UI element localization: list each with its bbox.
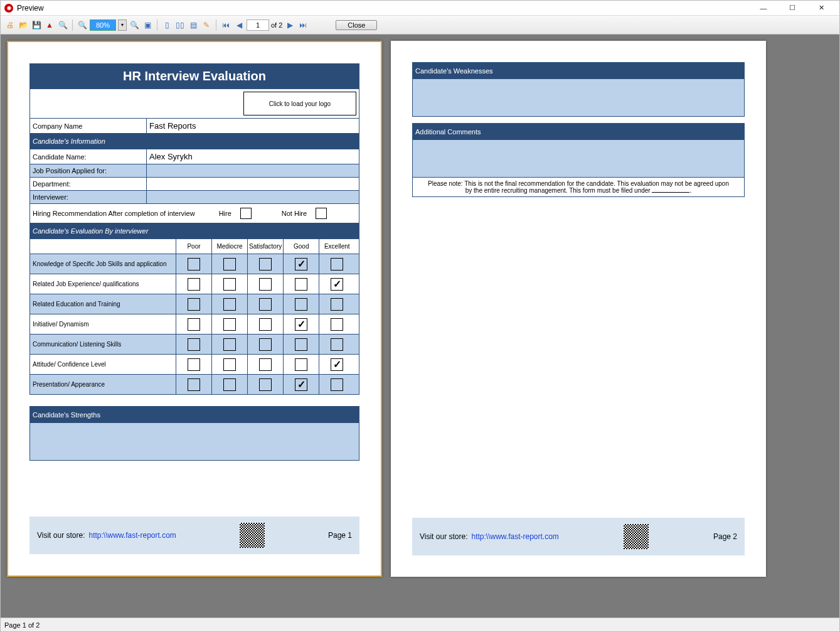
one-page-icon[interactable]: ▯ bbox=[161, 19, 173, 31]
rating-col-excellent: Excellent bbox=[319, 239, 354, 254]
first-page-icon[interactable]: ⏮ bbox=[220, 19, 231, 31]
company-name-label: Company Name bbox=[30, 119, 147, 133]
eval-checkbox[interactable] bbox=[259, 258, 272, 270]
interviewer-value bbox=[147, 191, 359, 203]
close-window-button[interactable]: ✕ bbox=[807, 1, 836, 16]
eval-criterion-label: Initiative/ Dynamism bbox=[30, 314, 176, 334]
prev-page-icon[interactable]: ◀ bbox=[233, 19, 245, 31]
eval-checkbox[interactable] bbox=[331, 258, 343, 270]
logo-placeholder[interactable]: Click to load your logo bbox=[243, 92, 356, 115]
eval-checkbox[interactable] bbox=[259, 338, 272, 351]
pdf-icon[interactable]: ▲ bbox=[44, 19, 55, 31]
weaknesses-textarea[interactable] bbox=[413, 78, 744, 116]
eval-checkbox[interactable] bbox=[295, 358, 307, 371]
eval-checkbox[interactable]: ✓ bbox=[331, 278, 343, 291]
eval-checkbox[interactable] bbox=[259, 378, 272, 391]
page-2: Candidate's Weaknesses Additional Commen… bbox=[391, 41, 766, 577]
eval-checkbox[interactable] bbox=[223, 278, 236, 291]
candidate-name-label: Candidate Name: bbox=[30, 149, 147, 164]
next-page-icon[interactable]: ▶ bbox=[284, 19, 295, 31]
eval-checkbox[interactable] bbox=[331, 318, 343, 331]
zoom-in-icon[interactable]: 🔍 bbox=[77, 19, 88, 31]
page-footer-1: Visit our store: http:\\www.fast-report.… bbox=[29, 517, 359, 554]
last-page-icon[interactable]: ⏭ bbox=[297, 19, 309, 31]
hire-checkbox[interactable] bbox=[240, 208, 252, 219]
eval-row: Related Education and Training bbox=[30, 294, 359, 314]
comments-header: Additional Comments bbox=[413, 124, 744, 139]
candidate-info-header: Candidate's Information bbox=[30, 133, 359, 149]
eval-checkbox[interactable] bbox=[295, 278, 307, 291]
edit-icon[interactable]: ✎ bbox=[201, 19, 212, 31]
comments-textarea[interactable] bbox=[413, 139, 744, 177]
eval-checkbox[interactable] bbox=[188, 358, 200, 371]
thumbnails-icon[interactable]: ▤ bbox=[188, 19, 199, 31]
rating-col-poor: Poor bbox=[176, 239, 211, 254]
eval-checkbox[interactable] bbox=[188, 278, 200, 291]
zoom-out-icon[interactable]: 🔍 bbox=[129, 19, 140, 31]
eval-checkbox[interactable] bbox=[223, 338, 236, 351]
zoom-value[interactable]: 80% bbox=[90, 19, 116, 31]
hiring-rec-label: Hiring Recommendation After completion o… bbox=[33, 210, 195, 217]
find-icon[interactable]: 🔍 bbox=[57, 19, 68, 31]
disclaimer-note: Please note: This is not the final recom… bbox=[413, 177, 744, 196]
strengths-textarea[interactable] bbox=[30, 422, 359, 460]
page-number-input[interactable] bbox=[247, 19, 269, 31]
eval-criterion-label: Communication/ Listening Skills bbox=[30, 335, 176, 354]
eval-checkbox[interactable] bbox=[223, 258, 236, 270]
not-hire-checkbox[interactable] bbox=[316, 208, 327, 219]
visit-store-label: Visit our store: bbox=[37, 531, 85, 540]
eval-checkbox[interactable] bbox=[331, 378, 343, 391]
evaluation-table: Poor Mediocre Satisfactory Good Excellen… bbox=[30, 238, 359, 394]
form-title: HR Interview Evaluation bbox=[30, 64, 359, 88]
zoom-dropdown[interactable]: ▾ bbox=[118, 19, 127, 31]
eval-checkbox[interactable]: ✓ bbox=[295, 378, 307, 391]
eval-checkbox[interactable] bbox=[223, 318, 236, 331]
qr-code-icon bbox=[240, 523, 265, 548]
eval-checkbox[interactable] bbox=[259, 358, 272, 371]
department-value bbox=[147, 178, 359, 190]
eval-checkbox[interactable] bbox=[223, 298, 236, 311]
eval-checkbox[interactable] bbox=[188, 318, 200, 331]
eval-checkbox[interactable] bbox=[188, 258, 200, 270]
page-footer-2: Visit our store: http:\\www.fast-report.… bbox=[412, 518, 745, 555]
eval-row: Knowledge of Specific Job Skills and app… bbox=[30, 254, 359, 274]
store-url-link-2[interactable]: http:\\www.fast-report.com bbox=[471, 532, 558, 541]
fullscreen-icon[interactable]: ▣ bbox=[142, 19, 153, 31]
eval-checkbox[interactable] bbox=[259, 278, 272, 291]
eval-checkbox[interactable] bbox=[188, 338, 200, 351]
eval-checkbox[interactable] bbox=[223, 358, 236, 371]
candidate-name-value: Alex Syrykh bbox=[147, 149, 359, 164]
evaluation-header: Candidate's Evaluation By interviewer bbox=[30, 223, 359, 238]
two-page-icon[interactable]: ▯▯ bbox=[174, 19, 186, 31]
open-icon[interactable]: 📂 bbox=[18, 19, 29, 31]
eval-checkbox[interactable] bbox=[188, 378, 200, 391]
maximize-button[interactable]: ☐ bbox=[778, 1, 807, 16]
not-hire-label: Not Hire bbox=[282, 210, 307, 217]
preview-canvas[interactable]: HR Interview Evaluation Click to load yo… bbox=[1, 35, 839, 618]
eval-checkbox[interactable] bbox=[331, 298, 343, 311]
eval-checkbox[interactable]: ✓ bbox=[295, 318, 307, 331]
eval-row: Communication/ Listening Skills bbox=[30, 334, 359, 354]
eval-checkbox[interactable] bbox=[295, 298, 307, 311]
page-1: HR Interview Evaluation Click to load yo… bbox=[7, 41, 382, 577]
hire-label: Hire bbox=[219, 210, 231, 217]
preview-window: ◉ Preview — ☐ ✕ 🖨 📂 💾 ▲ 🔍 🔍 80% ▾ 🔍 ▣ ▯ … bbox=[0, 0, 840, 632]
eval-row: Initiative/ Dynamism✓ bbox=[30, 314, 359, 334]
save-icon[interactable]: 💾 bbox=[31, 19, 42, 31]
eval-checkbox[interactable]: ✓ bbox=[331, 358, 343, 371]
store-url-link[interactable]: http:\\www.fast-report.com bbox=[88, 531, 176, 540]
status-text: Page 1 of 2 bbox=[4, 621, 40, 629]
eval-checkbox[interactable] bbox=[259, 298, 272, 311]
minimize-button[interactable]: — bbox=[749, 1, 778, 16]
rating-col-good: Good bbox=[283, 239, 319, 254]
eval-checkbox[interactable] bbox=[259, 318, 272, 331]
department-label: Department: bbox=[30, 178, 147, 190]
close-button[interactable]: Close bbox=[336, 20, 377, 30]
eval-checkbox[interactable] bbox=[188, 298, 200, 311]
print-icon[interactable]: 🖨 bbox=[4, 19, 16, 31]
eval-checkbox[interactable] bbox=[295, 338, 307, 351]
eval-criterion-label: Attitude/ Confidence Level bbox=[30, 355, 176, 374]
eval-checkbox[interactable] bbox=[223, 378, 236, 391]
eval-checkbox[interactable] bbox=[331, 338, 343, 351]
eval-checkbox[interactable]: ✓ bbox=[295, 258, 307, 270]
